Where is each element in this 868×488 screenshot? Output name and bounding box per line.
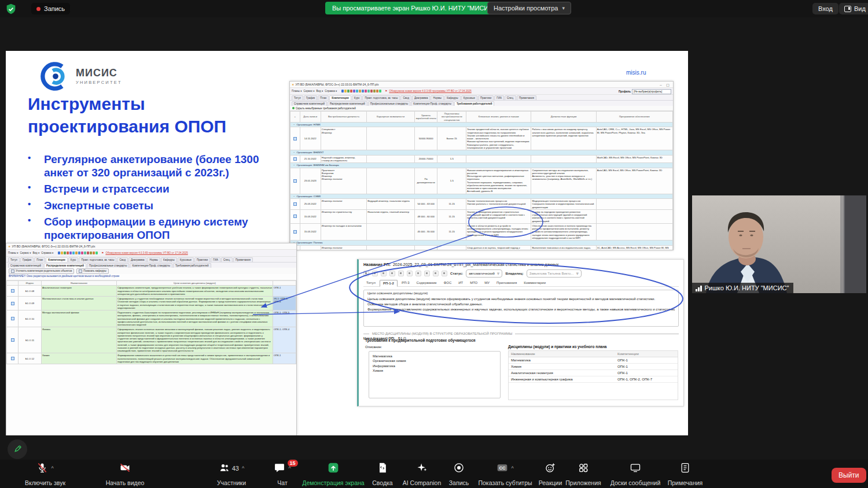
table-row[interactable]: Б1.О.09Математическая статистика и анали… — [7, 297, 296, 310]
attach-icon[interactable] — [415, 271, 421, 276]
toolbar-icon[interactable] — [370, 90, 373, 93]
undo-icon[interactable] — [424, 271, 430, 276]
toolbar-icon[interactable] — [359, 90, 361, 93]
tab-Практ. подготовка, ак. часы[interactable]: Практ. подготовка, ак. часы — [79, 257, 116, 262]
row-checkbox[interactable] — [11, 338, 14, 342]
toolbar-icon[interactable] — [367, 90, 370, 93]
tab-Курс[interactable]: Курс — [68, 257, 79, 262]
subtab-Компетенции-Проф. стандарты[interactable]: Компетенции-Проф. стандарты — [411, 101, 454, 106]
collapse-icon[interactable]: − — [293, 195, 295, 198]
subtab-Требования работодателей[interactable]: Требования работодателей — [173, 263, 211, 268]
toolbar-icon[interactable] — [93, 252, 95, 254]
toolbar-icon[interactable] — [362, 90, 364, 93]
export-icon[interactable] — [381, 271, 387, 276]
rp-tab-Титул[interactable]: Титул — [363, 280, 378, 286]
tab-Курс[interactable]: Курс — [352, 95, 362, 100]
toolbar-item-participants[interactable]: 43^Участники — [203, 462, 260, 486]
toolbar-icon[interactable] — [81, 252, 83, 254]
tab-ГИА[interactable]: ГИА — [211, 257, 220, 262]
hide-unselected-row[interactable]: Скрыть невыбранные требования работодате… — [290, 106, 673, 111]
tab-Практ. подготовка, ак. часы[interactable]: Практ. подготовка, ак. часы — [362, 95, 400, 100]
close-icon[interactable] — [442, 271, 447, 276]
tab-Титул[interactable]: Титул — [292, 95, 303, 100]
view-options-button[interactable]: Настройки просмотра ▾ — [487, 2, 571, 14]
tab-Практики[interactable]: Практики — [478, 95, 494, 100]
toolbar-icon[interactable] — [75, 252, 78, 254]
refresh-icon[interactable] — [398, 271, 404, 276]
update-version-link[interactable]: Обнаружена новая версия 4.0.3.69 програм… — [105, 252, 187, 254]
toolbar-icon[interactable] — [87, 252, 89, 254]
tab-Компетенции[interactable]: Компетенции — [46, 257, 68, 262]
organization-group-row[interactable]: −Организация: ВНИИНМ им Бочвара — [290, 163, 673, 168]
table-row[interactable]: Аналитическая геометрияОПК-1 — [509, 370, 678, 376]
toolbar-icon[interactable] — [344, 90, 347, 93]
misis-site-link[interactable]: misis.ru — [626, 69, 646, 76]
tab-Примечания[interactable]: Примечания — [517, 95, 536, 100]
toolbar-icon[interactable] — [350, 90, 352, 93]
collapse-icon[interactable]: − — [293, 123, 295, 126]
row-checkbox[interactable] — [11, 357, 14, 360]
row-checkbox[interactable] — [293, 157, 297, 161]
presenter-video-tile[interactable]: Ришко Ю.И. НИТУ "МИСИС" — [692, 195, 866, 293]
chevron-up-icon[interactable]: ^ — [51, 465, 53, 471]
toolbar-icon[interactable] — [373, 90, 376, 93]
table-row[interactable]: Б1.О.08Аналитическая геометрияСформирова… — [7, 286, 296, 297]
subtab-Распределение компетенций[interactable]: Распределение компетенций — [44, 263, 86, 268]
rp-tab-РП-3[interactable]: РП-3 — [399, 280, 413, 286]
toolbar-icon[interactable] — [84, 252, 86, 254]
table-row[interactable]: Б1.О.10Методы математической физикиПодго… — [7, 310, 296, 327]
tab-Спец.[interactable]: Спец. — [505, 95, 516, 100]
collapse-icon[interactable]: − — [293, 151, 295, 154]
subtab-Справочник компетенций[interactable]: Справочник компетенций — [8, 263, 43, 268]
chevron-up-icon[interactable]: ^ — [511, 465, 513, 471]
tab-Титул[interactable]: Титул — [8, 257, 20, 262]
tab-Спец.[interactable]: Спец. — [221, 257, 233, 262]
search-icon[interactable] — [389, 271, 395, 276]
toolbar-icon[interactable] — [365, 90, 367, 93]
subtab-Требования работодателей[interactable]: Требования работодателей — [454, 101, 495, 106]
tab-График[interactable]: График — [304, 95, 317, 100]
save-icon[interactable] — [363, 271, 369, 276]
tab-Свод[interactable]: Свод — [400, 95, 411, 100]
tab-Кафедры[interactable]: Кафедры — [444, 95, 461, 100]
collapse-icon[interactable]: − — [293, 164, 295, 167]
tab-Нормы[interactable]: Нормы — [147, 257, 160, 262]
toolbar-item-share-screen[interactable]: Демонстрация экрана — [294, 462, 373, 486]
subtab-Профессиональные стандарты[interactable]: Профессиональные стандарты — [87, 263, 129, 268]
toolbar-item-video-off[interactable]: Начать видео — [88, 462, 162, 486]
toolbar-icon[interactable] — [379, 90, 381, 93]
small-button[interactable]: Уточнить компетенции родительских объект… — [9, 268, 74, 274]
tab-Практики[interactable]: Практики — [194, 257, 210, 262]
sign-in-button[interactable]: Вход — [812, 3, 838, 14]
toolbar-icon[interactable] — [356, 90, 358, 93]
toolbar-icon[interactable] — [72, 252, 75, 254]
table-row[interactable]: МатематикаОПК-1 — [509, 357, 678, 364]
tab-Примечания[interactable]: Примечания — [233, 257, 253, 262]
tab-Нормы[interactable]: Нормы — [431, 95, 444, 100]
security-shield-icon[interactable] — [5, 3, 17, 16]
menu-item[interactable]: Вид ▾ — [33, 252, 40, 254]
menu-item[interactable]: Планы ▾ — [292, 90, 302, 93]
toolbar-item-mic-off[interactable]: ^Включить звук — [5, 462, 86, 486]
row-checkbox[interactable] — [11, 289, 14, 293]
update-version-link[interactable]: Обнаружена новая версия 4.0.3.69 програм… — [389, 90, 471, 93]
toolbar-item-notes[interactable]: Примечания — [660, 462, 711, 486]
copy-icon[interactable] — [407, 271, 413, 276]
menu-item[interactable]: Справка ▾ — [41, 252, 53, 254]
toolbar-icon[interactable] — [78, 252, 80, 254]
rp-tab-ИТ[interactable]: ИТ — [455, 280, 466, 286]
organization-group-row[interactable]: −Организация: ВНИИХТ — [290, 150, 673, 156]
toolbar-icon[interactable] — [353, 90, 355, 93]
chevron-up-icon[interactable]: ^ — [242, 465, 244, 471]
leave-button[interactable]: Выйти — [832, 468, 866, 483]
menu-item[interactable]: Справка ▾ — [325, 90, 337, 93]
toolbar-icon[interactable] — [341, 90, 344, 93]
toolbar-icon[interactable] — [67, 252, 69, 254]
table-row[interactable]: Б1.О.11ФизикаСформировать знания основны… — [7, 327, 296, 353]
row-checkbox[interactable] — [293, 215, 297, 218]
download-icon[interactable] — [433, 271, 439, 276]
row-checkbox[interactable] — [293, 137, 297, 141]
row-checkbox[interactable] — [293, 230, 297, 234]
table-row[interactable]: Б1.О.12ХимияФормирование химического мыш… — [7, 353, 296, 364]
subtab-Справочник компетенций[interactable]: Справочник компетенций — [292, 101, 327, 106]
